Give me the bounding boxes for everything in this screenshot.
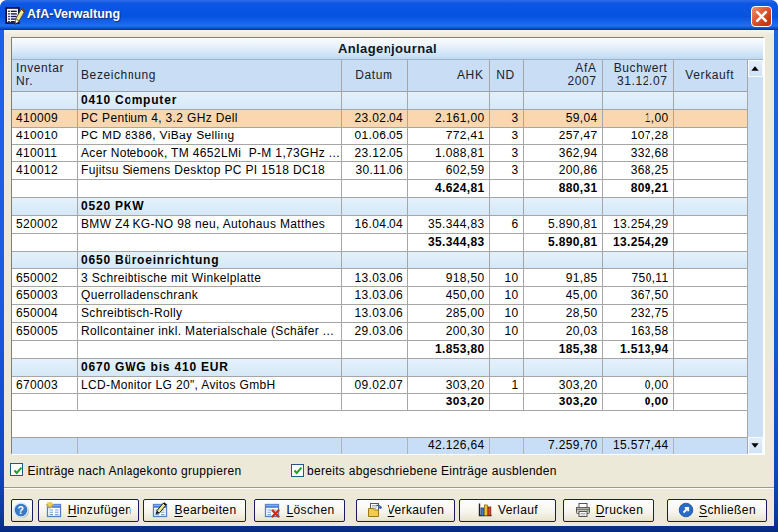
svg-text:?: ? — [18, 503, 25, 515]
